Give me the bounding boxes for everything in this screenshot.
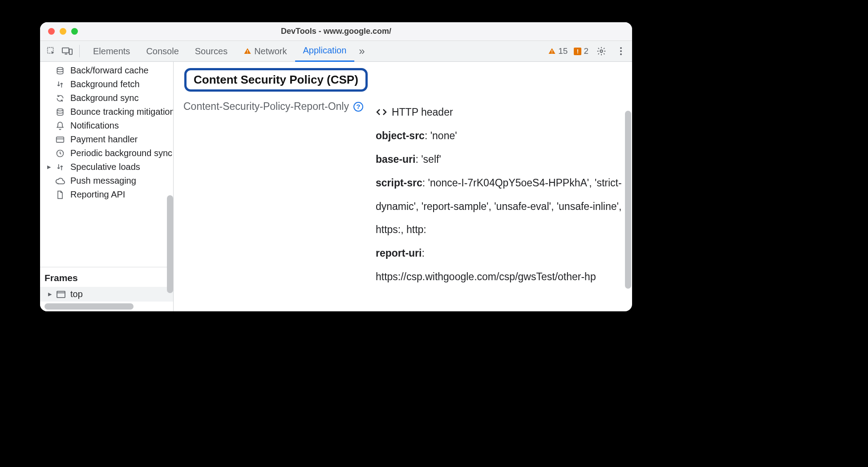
more-menu-icon[interactable]: [614, 44, 628, 58]
settings-icon[interactable]: [595, 44, 608, 58]
svg-point-12: [57, 109, 63, 111]
traffic-lights: [40, 28, 78, 35]
svg-point-10: [620, 53, 622, 55]
csp-policy-details: HTTP header object-src: 'none' base-uri:…: [376, 101, 622, 289]
sidebar-vertical-scrollbar[interactable]: [167, 195, 173, 293]
bell-icon: [55, 121, 65, 131]
warnings-count: 15: [558, 46, 568, 56]
tab-console[interactable]: Console: [138, 41, 187, 62]
warnings-badge[interactable]: 15: [548, 46, 568, 56]
svg-rect-3: [247, 50, 248, 52]
frames-top-row[interactable]: ▶ top: [40, 287, 173, 302]
csp-policy-row: Content-Security-Policy-Report-Only ? HT…: [183, 101, 622, 289]
warning-icon: [548, 47, 556, 55]
minimize-window-button[interactable]: [60, 28, 66, 35]
issues-badge[interactable]: ! 2: [574, 46, 588, 56]
csp-directive: report-uri: https://csp.withgoogle.com/c…: [376, 242, 622, 289]
sidebar-list: Back/forward cache Background fetch Back…: [40, 62, 173, 267]
tab-application[interactable]: Application: [295, 41, 355, 62]
csp-directive: object-src: 'none': [376, 124, 622, 148]
inspect-element-icon[interactable]: [45, 44, 58, 58]
sidebar-item-label: Payment handler: [70, 134, 138, 145]
svg-point-11: [57, 67, 63, 69]
csp-directive: script-src: 'nonce-I-7rK04QpY5oeS4-HPPkh…: [376, 171, 622, 242]
sidebar-item-bfcache[interactable]: Back/forward cache: [40, 64, 173, 77]
sidebar-item-background-sync[interactable]: Background sync: [40, 91, 173, 105]
sidebar-item-notifications[interactable]: Notifications: [40, 119, 173, 133]
clock-icon: [55, 149, 65, 158]
titlebar: DevTools - www.google.com/: [40, 22, 632, 41]
separator: [79, 45, 80, 57]
tabs-overflow-button[interactable]: »: [354, 41, 369, 62]
database-icon: [55, 107, 65, 117]
card-icon: [55, 135, 65, 145]
panel-body: Back/forward cache Background fetch Back…: [40, 62, 632, 311]
zoom-window-button[interactable]: [71, 28, 78, 35]
frame-icon: [56, 290, 66, 298]
svg-rect-1: [62, 48, 69, 53]
expand-icon: ▶: [48, 291, 52, 297]
frames-header: Frames: [40, 273, 173, 287]
devtools-toolbar: Elements Console Sources Network Applica…: [40, 41, 632, 62]
sidebar-item-label: Reporting API: [70, 189, 125, 200]
tab-elements[interactable]: Elements: [85, 41, 138, 62]
main-vertical-scrollbar[interactable]: [625, 111, 631, 289]
csp-directive: base-uri: 'self': [376, 148, 622, 171]
main-content: Content Security Policy (CSP) Content-Se…: [174, 62, 632, 311]
sidebar-item-bounce-tracking[interactable]: Bounce tracking mitigations: [40, 105, 173, 119]
close-window-button[interactable]: [48, 28, 55, 35]
frame-label: top: [70, 289, 83, 299]
svg-point-7: [600, 50, 603, 52]
svg-rect-2: [69, 49, 72, 54]
sync-icon: [55, 93, 65, 103]
sidebar-item-reporting-api[interactable]: Reporting API: [40, 188, 173, 201]
tab-network[interactable]: Network: [235, 41, 295, 62]
cloud-icon: [55, 176, 65, 186]
sidebar-item-periodic-sync[interactable]: Periodic background sync: [40, 146, 173, 160]
code-icon: [376, 108, 387, 117]
csp-heading-highlight: Content Security Policy (CSP): [184, 68, 368, 92]
sidebar-item-payment-handler[interactable]: Payment handler: [40, 133, 173, 146]
csp-heading: Content Security Policy (CSP): [194, 73, 358, 87]
svg-rect-5: [552, 50, 553, 52]
application-sidebar: Back/forward cache Background fetch Back…: [40, 62, 174, 311]
sidebar-item-label: Periodic background sync: [70, 148, 172, 158]
sidebar-item-label: Push messaging: [70, 176, 136, 186]
sidebar-horizontal-scrollbar[interactable]: [45, 303, 169, 310]
devtools-window: DevTools - www.google.com/ Elements Cons…: [40, 22, 632, 311]
sidebar-item-label: Background fetch: [70, 79, 140, 89]
issues-count: 2: [584, 46, 588, 56]
sidebar-item-label: Notifications: [70, 121, 119, 131]
tab-sources[interactable]: Sources: [187, 41, 235, 62]
updown-icon: [55, 162, 65, 172]
svg-rect-13: [57, 137, 64, 142]
frames-section: Frames ▶ top: [40, 267, 173, 302]
sidebar-item-label: Back/forward cache: [70, 65, 149, 76]
sidebar-item-label: Background sync: [70, 93, 138, 103]
window-title: DevTools - www.google.com/: [40, 27, 632, 36]
file-icon: [55, 190, 65, 200]
sidebar-item-background-fetch[interactable]: Background fetch: [40, 77, 173, 91]
toolbar-right: 15 ! 2: [548, 44, 628, 58]
svg-point-8: [620, 47, 622, 49]
svg-rect-6: [552, 52, 553, 53]
sidebar-item-label: Speculative loads: [70, 162, 140, 172]
svg-rect-15: [57, 291, 65, 297]
svg-point-9: [620, 50, 622, 52]
sidebar-item-push-messaging[interactable]: Push messaging: [40, 174, 173, 188]
sidebar-item-label: Bounce tracking mitigations: [70, 107, 173, 117]
sidebar-item-speculative-loads[interactable]: Speculative loads: [40, 160, 173, 174]
csp-delivered-via: HTTP header: [376, 101, 622, 124]
csp-policy-name: Content-Security-Policy-Report-Only: [183, 101, 349, 113]
issue-icon: !: [574, 48, 581, 55]
updown-icon: [55, 80, 65, 89]
panel-tabs: Elements Console Sources Network Applica…: [85, 41, 545, 62]
device-toolbar-icon[interactable]: [61, 44, 74, 58]
help-icon[interactable]: ?: [353, 102, 363, 112]
warning-icon: [243, 47, 251, 55]
database-icon: [55, 66, 65, 76]
svg-rect-4: [247, 52, 248, 53]
csp-policy-name-col: Content-Security-Policy-Report-Only ?: [183, 101, 363, 113]
